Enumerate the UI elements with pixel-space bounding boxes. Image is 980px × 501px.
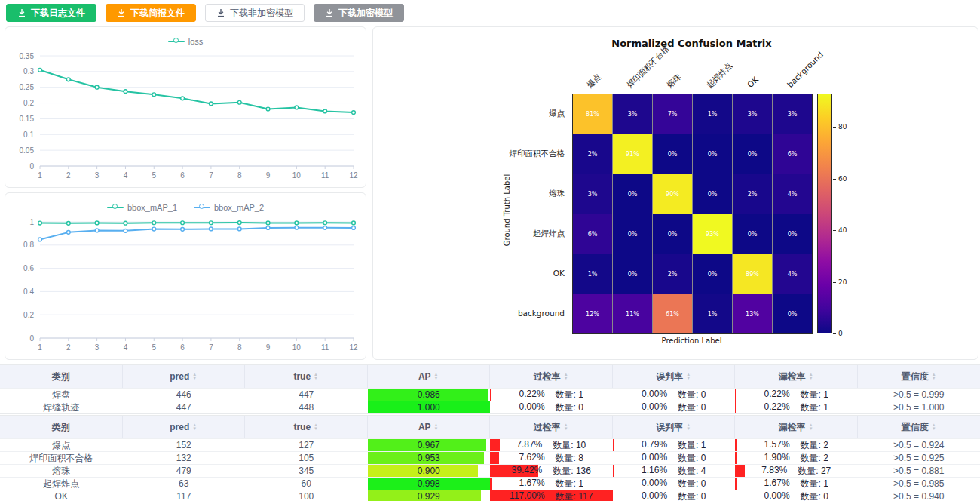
data-point[interactable]: [124, 221, 127, 225]
confusion-matrix-grid: 81%3%7%1%3%3%2%91%0%0%0%6%3%0%90%0%2%4%6…: [572, 94, 813, 334]
pred-cell: 117: [123, 490, 246, 501]
rate-percent: 1.57%: [764, 439, 790, 451]
download-encrypted-model-button[interactable]: 下载加密模型: [314, 4, 404, 22]
data-point[interactable]: [266, 221, 270, 225]
x-tick-label: 8: [237, 171, 242, 180]
table-header-misjudge[interactable]: 误判率▲▼: [613, 416, 736, 438]
table-header-overcheck[interactable]: 过检率▲▼: [490, 416, 613, 438]
rate-percent: 0.00%: [519, 401, 545, 413]
rate-count: 数量: 117: [556, 490, 593, 501]
x-tick-label: 3: [95, 171, 100, 180]
data-point[interactable]: [295, 221, 299, 225]
data-point[interactable]: [237, 227, 241, 231]
table-header-true[interactable]: true▲▼: [245, 365, 368, 388]
data-point[interactable]: [210, 102, 213, 106]
data-point[interactable]: [323, 221, 327, 225]
data-point[interactable]: [38, 68, 42, 72]
data-point[interactable]: [152, 93, 156, 97]
table-header-miss[interactable]: 漏检率▲▼: [735, 416, 858, 438]
data-point[interactable]: [266, 226, 270, 230]
data-point[interactable]: [66, 230, 70, 234]
data-point[interactable]: [95, 85, 99, 89]
matrix-cell: 3%: [573, 174, 612, 214]
data-point[interactable]: [152, 227, 156, 231]
data-point[interactable]: [38, 221, 42, 225]
ap-value: 0.900: [418, 466, 440, 476]
data-point[interactable]: [237, 221, 241, 225]
data-point[interactable]: [323, 226, 327, 229]
table-header-pred[interactable]: pred▲▼: [123, 365, 246, 388]
rate-percent: 0.00%: [642, 490, 667, 501]
matrix-cell: 0%: [653, 134, 692, 174]
download-log-button[interactable]: 下载日志文件: [6, 4, 96, 22]
overcheck-rate-cell: 0.00%数量: 0: [490, 401, 613, 413]
matrix-cell: 89%: [733, 254, 772, 294]
y-tick-label: 0.25: [20, 83, 35, 91]
legend-item-loss[interactable]: loss: [168, 34, 204, 48]
data-point[interactable]: [124, 90, 127, 94]
sort-caret-icon: ▲▼: [434, 373, 439, 380]
data-point[interactable]: [295, 106, 299, 109]
matrix-cell: 0%: [733, 134, 772, 174]
legend-item-bbox-map-1[interactable]: bbox_mAP_1: [107, 200, 177, 214]
data-point[interactable]: [95, 229, 99, 232]
misjudge-rate-cell: 0.00%数量: 0: [613, 389, 736, 401]
x-tick-label: 12: [349, 343, 358, 352]
table-header-pred[interactable]: pred▲▼: [123, 416, 246, 438]
data-point[interactable]: [38, 238, 42, 241]
data-point[interactable]: [352, 226, 356, 230]
x-tick-label: 7: [209, 343, 213, 352]
table-row: 焊盘4464470.9860.22%数量: 10.00%数量: 00.22%数量…: [0, 388, 980, 401]
table-header-ap[interactable]: AP▲▼: [368, 416, 491, 438]
header-label: 类别: [52, 370, 70, 383]
overcheck-rate-cell: 0.22%数量: 1: [490, 389, 613, 401]
table-header-category: 类别: [0, 416, 123, 438]
header-label: 漏检率: [779, 370, 806, 383]
data-point[interactable]: [266, 107, 270, 111]
data-point[interactable]: [210, 221, 213, 225]
data-point[interactable]: [124, 229, 127, 232]
matrix-column-label: OK: [746, 75, 760, 89]
data-point[interactable]: [181, 97, 185, 100]
overcheck-rate-cell: 117.00%数量: 117: [490, 490, 613, 501]
data-point[interactable]: [66, 221, 70, 225]
header-label: AP: [418, 371, 431, 382]
data-point[interactable]: [352, 221, 356, 225]
data-point[interactable]: [352, 111, 356, 115]
data-point[interactable]: [95, 221, 99, 225]
table-header-ap[interactable]: AP▲▼: [368, 365, 491, 388]
matrix-cell: 1%: [693, 294, 732, 333]
data-point[interactable]: [181, 221, 185, 225]
true-cell: 345: [245, 465, 368, 477]
matrix-row-label: 起焊炸点: [373, 229, 565, 239]
download-report-button[interactable]: 下载简报文件: [106, 4, 196, 22]
data-point[interactable]: [295, 226, 299, 229]
table-header-miss[interactable]: 漏检率▲▼: [735, 365, 858, 388]
data-point[interactable]: [323, 109, 327, 113]
rate-percent: 0.22%: [764, 401, 790, 413]
table-header-true[interactable]: true▲▼: [245, 416, 368, 438]
misjudge-rate-bar: [613, 465, 614, 477]
legend-item-bbox-map-2[interactable]: bbox_mAP_2: [194, 200, 264, 214]
colorbar-tickmark: [833, 179, 836, 180]
data-point[interactable]: [152, 221, 156, 225]
matrix-cell: 7%: [653, 94, 692, 134]
rate-percent: 0.00%: [642, 389, 667, 401]
colorbar-tickmark: [833, 333, 836, 334]
table-header-confidence[interactable]: 置信度▲▼: [858, 416, 980, 438]
table-row: 焊缝轨迹4474481.0000.00%数量: 00.00%数量: 00.22%…: [0, 401, 980, 413]
rate-count: 数量: 10: [553, 439, 586, 451]
table-header-misjudge[interactable]: 误判率▲▼: [613, 365, 736, 388]
y-tick-label: 0.8: [23, 241, 34, 249]
data-point[interactable]: [210, 227, 213, 231]
pred-cell: 152: [123, 439, 246, 451]
rate-count: 数量: 1: [556, 478, 583, 490]
data-point[interactable]: [181, 227, 185, 231]
data-point[interactable]: [237, 100, 241, 104]
data-point[interactable]: [66, 78, 70, 81]
table-header-confidence[interactable]: 置信度▲▼: [858, 365, 980, 388]
rate-count: 数量: 1: [678, 439, 706, 451]
table-header-overcheck[interactable]: 过检率▲▼: [490, 365, 613, 388]
rate-percent: 7.87%: [516, 439, 542, 451]
download-plain-model-button[interactable]: 下载非加密模型: [205, 4, 305, 22]
